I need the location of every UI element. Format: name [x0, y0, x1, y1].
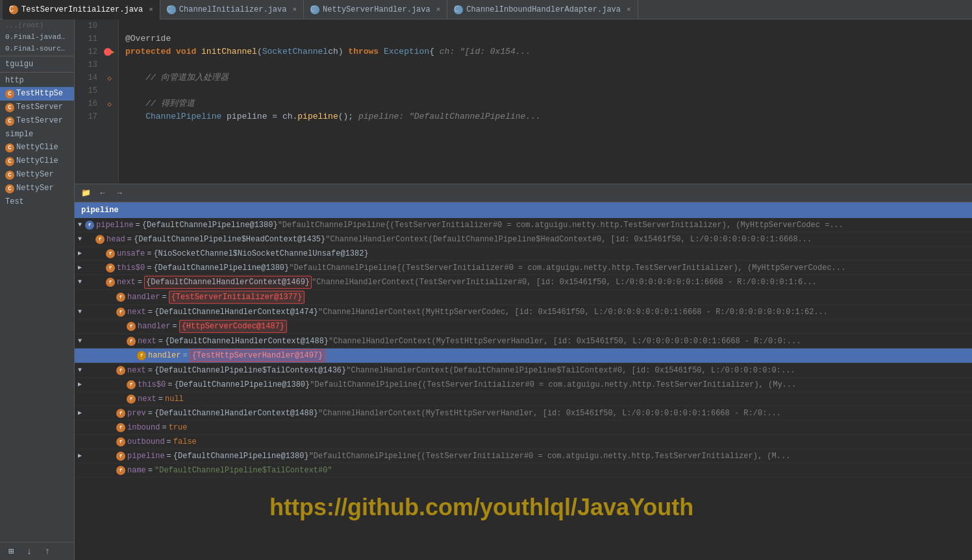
debug-row-handler-1497[interactable]: f handler = {TestHttpServerHandler@1497}	[75, 348, 972, 363]
sidebar-btn-2[interactable]: ↓	[22, 544, 36, 559]
sidebar-item-sources[interactable]: 0.Final-sources.jar	[0, 43, 74, 55]
toggle-pipeline-2[interactable]: ▶	[75, 451, 85, 461]
toggle-next-1436[interactable]: ▼	[75, 365, 85, 376]
field-icon-next-1488: f	[127, 337, 136, 346]
diamond-marker-2: ◇	[107, 100, 112, 108]
tab-label-2: ChannelInitializer.java	[179, 5, 287, 14]
toggle-handler-1377	[75, 292, 85, 302]
field-icon-next-null: f	[127, 395, 136, 404]
sidebar-item-http[interactable]: http	[0, 74, 74, 87]
toggle-head[interactable]: ▼	[75, 234, 85, 245]
tab-label-3: NettyServerHandler.java	[323, 5, 430, 14]
sidebar-item-nettyclient2[interactable]: CNettyClie	[0, 154, 74, 168]
sidebar: ...(root) 0.Final-javadoc.jar 0.Final-so…	[0, 19, 75, 560]
toggle-this0-1[interactable]: ▶	[75, 263, 85, 273]
toggle-handler-1487	[75, 321, 85, 332]
code-line-14: // 向管道加入处理器	[125, 71, 966, 84]
field-icon-f: f	[85, 221, 94, 230]
tab-nettyserverhandler[interactable]: C NettyServerHandler.java ×	[304, 0, 447, 19]
field-icon-outbound: f	[116, 437, 125, 446]
sidebar-item-nettyclient1[interactable]: CNettyClie	[0, 141, 74, 154]
debug-row-prev[interactable]: ▶ f prev = {DefaultChannelHandlerContext…	[75, 406, 972, 420]
tab-close-4[interactable]: ×	[627, 6, 631, 14]
sidebar-item-root[interactable]: ...(root)	[0, 19, 74, 31]
debug-row-unsafe[interactable]: ▶ f unsafe = {NioSocketChannel$NioSocket…	[75, 247, 972, 261]
field-icon-name: f	[116, 466, 125, 475]
sidebar-item-testserver1[interactable]: CTestServer	[0, 101, 74, 114]
toggle-unsafe[interactable]: ▶	[75, 249, 85, 259]
field-icon-next-1474: f	[116, 308, 125, 317]
toggle-next-1474[interactable]: ▼	[75, 307, 85, 317]
class-icon-2: C	[5, 103, 14, 112]
separator-2	[0, 72, 74, 73]
code-line-16: // 得到管道	[125, 97, 966, 110]
toggle-handler-1497	[75, 350, 85, 361]
tab-channelinboundhandleradapter[interactable]: C ChannelInboundHandlerAdapter.java ×	[447, 0, 638, 19]
toggle-next-1488[interactable]: ▼	[75, 336, 85, 347]
debug-row-next-null[interactable]: f next = null	[75, 392, 972, 406]
tab-icon-cyan-3: C	[454, 5, 463, 14]
debug-row-this0-2[interactable]: ▶ f this$0 = {DefaultChannelPipeline@138…	[75, 378, 972, 392]
debug-row-this0-1[interactable]: ▶ f this$0 = {DefaultChannelPipeline@138…	[75, 261, 972, 275]
field-icon-next-1469: f	[106, 278, 115, 287]
toggle-outbound	[75, 437, 85, 447]
code-line-13	[125, 58, 966, 71]
debug-row-next-1474[interactable]: ▼ f next = {DefaultChannelHandlerContext…	[75, 305, 972, 319]
class-icon-3: C	[5, 117, 14, 126]
debug-back-btn[interactable]: 📁	[79, 186, 93, 201]
debug-title: pipeline	[81, 206, 119, 215]
debug-row-head[interactable]: ▼ f head = {DefaultChannelPipeline$HeadC…	[75, 232, 972, 247]
debug-next-btn[interactable]: →	[112, 186, 127, 201]
field-icon-prev: f	[116, 409, 125, 418]
tab-testserverinitializer[interactable]: C TestServerInitializer.java ×	[3, 0, 160, 19]
field-icon-this0-1: f	[106, 263, 115, 273]
debug-row-pipeline[interactable]: ▼ f pipeline = {DefaultChannelPipeline@1…	[75, 218, 972, 232]
tab-label-1: TestServerInitializer.java	[21, 5, 143, 14]
class-icon-6: C	[5, 171, 14, 180]
toggle-next-1469[interactable]: ▼	[75, 277, 85, 287]
arrow-marker: ▶	[110, 48, 114, 56]
tab-icon-cyan-1: C	[167, 5, 176, 14]
field-icon-handler-1377: f	[116, 293, 125, 302]
field-icon-head: f	[95, 235, 105, 244]
debug-row-pipeline-2[interactable]: ▶ f pipeline = {DefaultChannelPipeline@1…	[75, 449, 972, 463]
tab-close-3[interactable]: ×	[436, 6, 441, 14]
line-numbers: 10 11 12 13 14 15 16 17	[75, 19, 101, 184]
debug-panel: 📁 ← → pipeline ▼ f pipeline = {DefaultCh…	[75, 184, 972, 560]
tab-close-1[interactable]: ×	[149, 6, 153, 14]
toggle-next-null	[75, 394, 85, 404]
toggle-pipeline[interactable]: ▼	[75, 220, 85, 230]
debug-row-handler-1377[interactable]: f handler = {TestServerInitializer@1377}	[75, 290, 972, 305]
sidebar-item-nettyserver2[interactable]: CNettySer	[0, 182, 74, 195]
sidebar-btn-1[interactable]: ⊞	[4, 544, 18, 559]
sidebar-btn-3[interactable]: ↑	[40, 544, 55, 559]
sidebar-item-simple[interactable]: simple	[0, 128, 74, 141]
code-line-17: ChannelPipeline pipeline = ch.pipeline()…	[125, 110, 966, 123]
toggle-this0-2[interactable]: ▶	[75, 380, 85, 390]
class-icon-4: C	[5, 143, 14, 152]
sidebar-item-testserver2[interactable]: CTestServer	[0, 114, 74, 128]
sidebar-item-javadoc[interactable]: 0.Final-javadoc.jar	[0, 31, 74, 43]
debug-row-next-1469[interactable]: ▼ f next = {DefaultChannelHandlerContext…	[75, 275, 972, 290]
field-icon-handler-1487: f	[127, 322, 136, 331]
field-icon-pipeline-2: f	[116, 452, 125, 461]
debug-row-next-1488[interactable]: ▼ f next = {DefaultChannelHandlerContext…	[75, 334, 972, 348]
debug-prev-btn[interactable]: ←	[95, 186, 110, 201]
toggle-inbound	[75, 422, 85, 433]
debug-content[interactable]: ▼ f pipeline = {DefaultChannelPipeline@1…	[75, 218, 972, 560]
debug-row-outbound[interactable]: f outbound = false	[75, 435, 972, 449]
debug-row-next-1436[interactable]: ▼ f next = {DefaultChannelPipeline$TailC…	[75, 363, 972, 378]
debug-row-name[interactable]: f name = "DefaultChannelPipeline$TailCon…	[75, 463, 972, 478]
tab-close-2[interactable]: ×	[292, 6, 297, 14]
sidebar-item-testhttpse[interactable]: CTestHttpSe	[0, 87, 74, 101]
toggle-prev[interactable]: ▶	[75, 408, 85, 419]
sidebar-item-tguigu[interactable]: tguigu	[0, 58, 74, 71]
sidebar-item-nettyserver1[interactable]: CNettySer	[0, 168, 74, 182]
class-icon-1: C	[5, 90, 14, 99]
sidebar-item-test[interactable]: Test	[0, 195, 74, 208]
code-line-12: protected void initChannel(SocketChannel…	[125, 45, 966, 58]
debug-row-handler-1487[interactable]: f handler = {HttpServerCodec@1487}	[75, 319, 972, 334]
field-icon-inbound: f	[116, 423, 125, 432]
tab-channelinitializer[interactable]: C ChannelInitializer.java ×	[160, 0, 304, 19]
debug-row-inbound[interactable]: f inbound = true	[75, 420, 972, 435]
